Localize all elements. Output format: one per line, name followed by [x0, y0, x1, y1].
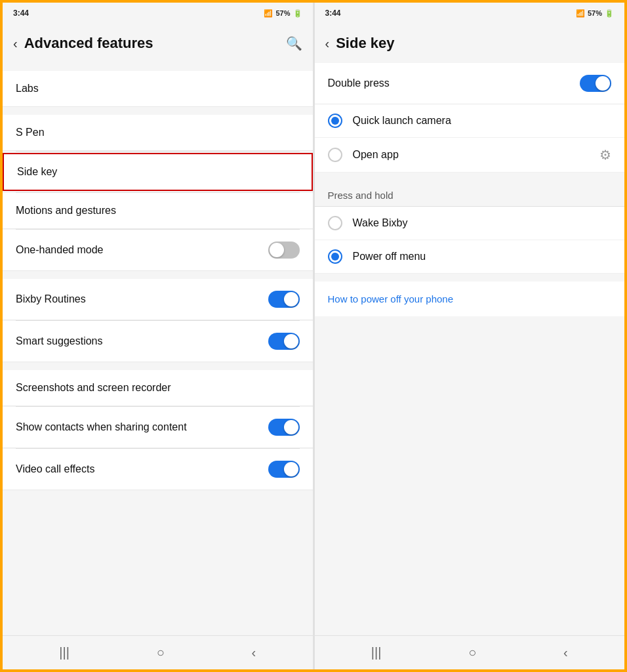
gap-right-1	[315, 173, 625, 180]
back-nav-right[interactable]: ‹	[563, 645, 568, 660]
page-title-right: Side key	[336, 35, 614, 52]
recent-apps-right[interactable]: |||	[371, 645, 382, 660]
side-key-label: Side key	[17, 166, 57, 178]
gear-icon[interactable]: ⚙	[599, 147, 611, 163]
right-panel: 3:44 📶 57% 🔋 ‹ Side key Double press Qui…	[315, 3, 625, 669]
wake-bixby-label: Wake Bixby	[353, 217, 612, 229]
gap-top	[3, 63, 313, 71]
video-toggle[interactable]	[268, 461, 300, 478]
battery-icon-left: 🔋	[293, 9, 302, 18]
page-title-left: Advanced features	[24, 35, 279, 52]
radio-quick-launch[interactable]	[328, 114, 342, 128]
status-icons-left: 📶 57% 🔋	[264, 9, 302, 18]
side-key-content: Double press Quick launch camera Open ap…	[315, 63, 625, 635]
settings-list-left: Labs S Pen Side key Motions and gestures…	[3, 63, 313, 635]
option-open-app[interactable]: Open app ⚙	[315, 138, 625, 173]
one-handed-label: One-handed mode	[16, 244, 103, 256]
sidebar-item-labs[interactable]: Labs	[3, 71, 313, 107]
time-left: 3:44	[13, 9, 29, 18]
screenshots-label: Screenshots and screen recorder	[16, 382, 171, 394]
status-bar-left: 3:44 📶 57% 🔋	[3, 3, 313, 24]
recent-apps-left[interactable]: |||	[59, 645, 70, 660]
home-left[interactable]: ○	[157, 645, 165, 660]
open-app-label: Open app	[353, 149, 590, 161]
sidebar-item-s-pen[interactable]: S Pen	[3, 115, 313, 151]
double-press-toggle[interactable]	[580, 75, 611, 92]
battery-right: 57%	[588, 9, 602, 17]
wifi-icon-right: 📶	[576, 9, 585, 18]
sidebar-item-motions[interactable]: Motions and gestures	[3, 193, 313, 229]
header-right: ‹ Side key	[315, 24, 625, 63]
motions-label: Motions and gestures	[16, 205, 116, 217]
video-label: Video call effects	[16, 463, 94, 475]
bottom-nav-left: ||| ○ ‹	[3, 635, 313, 669]
how-to-label: How to power off your phone	[328, 293, 454, 304]
bixby-toggle[interactable]	[268, 291, 300, 308]
sidebar-item-contacts[interactable]: Show contacts when sharing content	[3, 407, 313, 448]
header-left: ‹ Advanced features 🔍	[3, 24, 313, 63]
sidebar-item-bixby[interactable]: Bixby Routines	[3, 279, 313, 320]
radio-power-off[interactable]	[328, 249, 342, 264]
contacts-label: Show contacts when sharing content	[16, 421, 187, 433]
sidebar-item-side-key[interactable]: Side key	[3, 153, 313, 191]
sidebar-item-screenshots[interactable]: Screenshots and screen recorder	[3, 370, 313, 406]
smart-toggle[interactable]	[268, 333, 300, 350]
back-button-left[interactable]: ‹	[13, 36, 18, 51]
back-button-right[interactable]: ‹	[325, 36, 330, 51]
double-press-row[interactable]: Double press	[315, 63, 625, 104]
divider-1	[16, 151, 300, 152]
gap-1	[3, 107, 313, 115]
quick-launch-label: Quick launch camera	[353, 115, 612, 127]
time-right: 3:44	[325, 9, 341, 18]
status-bar-right: 3:44 📶 57% 🔋	[315, 3, 625, 24]
one-handed-toggle[interactable]	[268, 242, 300, 259]
status-icons-right: 📶 57% 🔋	[576, 9, 614, 18]
sidebar-item-one-handed[interactable]: One-handed mode	[3, 230, 313, 271]
double-press-label: Double press	[328, 77, 390, 89]
bottom-nav-right: ||| ○ ‹	[315, 635, 625, 669]
s-pen-label: S Pen	[16, 127, 45, 138]
sidebar-item-smart[interactable]: Smart suggestions	[3, 321, 313, 362]
back-nav-left[interactable]: ‹	[251, 645, 256, 660]
battery-icon-right: 🔋	[605, 9, 614, 18]
option-power-off[interactable]: Power off menu	[315, 240, 625, 274]
battery-left: 57%	[275, 9, 290, 17]
gap-right-2	[315, 274, 625, 282]
option-quick-launch[interactable]: Quick launch camera	[315, 104, 625, 138]
sidebar-item-video[interactable]: Video call effects	[3, 449, 313, 490]
gap-2	[3, 271, 313, 279]
search-button-left[interactable]: 🔍	[286, 35, 302, 51]
wifi-icon: 📶	[264, 9, 273, 18]
home-right[interactable]: ○	[468, 645, 476, 660]
option-wake-bixby[interactable]: Wake Bixby	[315, 207, 625, 240]
radio-wake-bixby[interactable]	[328, 216, 342, 230]
power-off-label: Power off menu	[353, 251, 612, 262]
press-hold-header: Press and hold	[315, 180, 625, 206]
radio-open-app[interactable]	[328, 148, 342, 162]
contacts-toggle[interactable]	[268, 419, 300, 436]
smart-label: Smart suggestions	[16, 335, 103, 347]
left-panel: 3:44 📶 57% 🔋 ‹ Advanced features 🔍 Labs …	[3, 3, 313, 669]
bixby-label: Bixby Routines	[16, 293, 86, 305]
how-to-power-off[interactable]: How to power off your phone	[315, 282, 625, 316]
labs-label: Labs	[16, 83, 39, 94]
gap-3	[3, 362, 313, 370]
